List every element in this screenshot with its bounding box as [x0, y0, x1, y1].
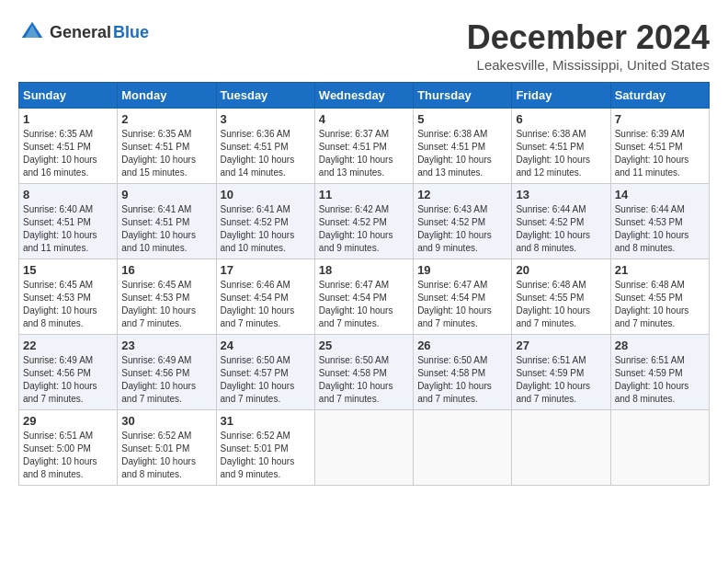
sunrise-label: Sunrise: 6:35 AM — [23, 129, 93, 139]
daylight-label: Daylight: 10 hours and 7 minutes. — [221, 381, 295, 404]
day-info: Sunrise: 6:47 AM Sunset: 4:54 PM Dayligh… — [319, 279, 409, 330]
sunset-label: Sunset: 4:54 PM — [417, 293, 485, 303]
daylight-label: Daylight: 10 hours and 7 minutes. — [23, 381, 97, 404]
table-row: 22 Sunrise: 6:49 AM Sunset: 4:56 PM Dayl… — [19, 335, 118, 410]
sunrise-label: Sunrise: 6:40 AM — [23, 204, 93, 214]
location-title: Leakesville, Mississippi, United States — [467, 57, 710, 73]
day-info: Sunrise: 6:43 AM Sunset: 4:52 PM Dayligh… — [417, 203, 507, 255]
sunset-label: Sunset: 4:56 PM — [23, 368, 91, 378]
daylight-label: Daylight: 10 hours and 10 minutes. — [221, 230, 295, 253]
sunrise-label: Sunrise: 6:43 AM — [417, 204, 487, 214]
sunrise-label: Sunrise: 6:36 AM — [221, 129, 290, 139]
day-number: 13 — [516, 188, 606, 201]
table-row: 23 Sunrise: 6:49 AM Sunset: 4:56 PM Dayl… — [118, 335, 216, 410]
sunset-label: Sunset: 4:56 PM — [121, 368, 189, 378]
sunset-label: Sunset: 5:01 PM — [221, 443, 289, 454]
daylight-label: Daylight: 10 hours and 7 minutes. — [221, 305, 295, 328]
daylight-label: Daylight: 10 hours and 8 minutes. — [23, 456, 97, 479]
day-number: 19 — [417, 263, 507, 277]
day-number: 10 — [221, 188, 311, 201]
sunset-label: Sunset: 5:00 PM — [23, 443, 91, 454]
title-section: December 2024 Leakesville, Mississippi, … — [467, 18, 710, 73]
day-info: Sunrise: 6:50 AM Sunset: 4:57 PM Dayligh… — [221, 354, 311, 406]
table-row — [314, 410, 413, 486]
calendar: Sunday Monday Tuesday Wednesday Thursday… — [18, 82, 710, 486]
logo-blue-text: Blue — [113, 24, 149, 40]
daylight-label: Daylight: 10 hours and 8 minutes. — [516, 230, 590, 253]
day-info: Sunrise: 6:52 AM Sunset: 5:01 PM Dayligh… — [221, 430, 311, 481]
sunset-label: Sunset: 4:55 PM — [516, 293, 584, 303]
daylight-label: Daylight: 10 hours and 12 minutes. — [516, 155, 590, 178]
table-row: 30 Sunrise: 6:52 AM Sunset: 5:01 PM Dayl… — [118, 410, 216, 486]
daylight-label: Daylight: 10 hours and 13 minutes. — [417, 155, 492, 178]
sunset-label: Sunset: 4:51 PM — [23, 217, 91, 227]
logo-icon — [18, 18, 46, 46]
calendar-week-row: 8 Sunrise: 6:40 AM Sunset: 4:51 PM Dayli… — [19, 184, 710, 259]
calendar-week-row: 15 Sunrise: 6:45 AM Sunset: 4:53 PM Dayl… — [19, 259, 710, 335]
day-number: 7 — [615, 112, 705, 126]
daylight-label: Daylight: 10 hours and 11 minutes. — [615, 155, 689, 178]
sunrise-label: Sunrise: 6:50 AM — [417, 355, 487, 365]
table-row: 25 Sunrise: 6:50 AM Sunset: 4:58 PM Dayl… — [314, 335, 413, 410]
sunset-label: Sunset: 4:51 PM — [121, 142, 189, 152]
table-row: 12 Sunrise: 6:43 AM Sunset: 4:52 PM Dayl… — [414, 184, 512, 259]
sunset-label: Sunset: 4:51 PM — [615, 142, 683, 152]
sunrise-label: Sunrise: 6:46 AM — [221, 280, 290, 290]
sunset-label: Sunset: 4:54 PM — [319, 293, 387, 303]
sunrise-label: Sunrise: 6:50 AM — [319, 355, 389, 365]
day-number: 26 — [417, 339, 507, 352]
sunset-label: Sunset: 4:52 PM — [319, 217, 387, 227]
daylight-label: Daylight: 10 hours and 7 minutes. — [615, 305, 689, 328]
day-info: Sunrise: 6:51 AM Sunset: 4:59 PM Dayligh… — [615, 354, 705, 406]
day-number: 14 — [615, 188, 705, 201]
table-row: 24 Sunrise: 6:50 AM Sunset: 4:57 PM Dayl… — [216, 335, 314, 410]
table-row: 14 Sunrise: 6:44 AM Sunset: 4:53 PM Dayl… — [610, 184, 709, 259]
daylight-label: Daylight: 10 hours and 15 minutes. — [121, 155, 196, 178]
sunset-label: Sunset: 4:51 PM — [23, 142, 91, 152]
table-row: 4 Sunrise: 6:37 AM Sunset: 4:51 PM Dayli… — [314, 109, 413, 184]
daylight-label: Daylight: 10 hours and 13 minutes. — [319, 155, 393, 178]
sunrise-label: Sunrise: 6:38 AM — [516, 129, 586, 139]
sunrise-label: Sunrise: 6:44 AM — [516, 204, 586, 214]
sunset-label: Sunset: 4:53 PM — [121, 293, 189, 303]
table-row: 28 Sunrise: 6:51 AM Sunset: 4:59 PM Dayl… — [610, 335, 709, 410]
daylight-label: Daylight: 10 hours and 7 minutes. — [319, 381, 393, 404]
sunrise-label: Sunrise: 6:51 AM — [23, 431, 93, 441]
day-info: Sunrise: 6:48 AM Sunset: 4:55 PM Dayligh… — [615, 279, 705, 330]
table-row: 8 Sunrise: 6:40 AM Sunset: 4:51 PM Dayli… — [19, 184, 118, 259]
day-info: Sunrise: 6:41 AM Sunset: 4:52 PM Dayligh… — [221, 203, 311, 255]
sunset-label: Sunset: 4:55 PM — [615, 293, 683, 303]
daylight-label: Daylight: 10 hours and 11 minutes. — [23, 230, 97, 253]
sunset-label: Sunset: 4:51 PM — [221, 142, 289, 152]
sunrise-label: Sunrise: 6:42 AM — [319, 204, 389, 214]
day-number: 12 — [417, 188, 507, 201]
table-row: 31 Sunrise: 6:52 AM Sunset: 5:01 PM Dayl… — [216, 410, 314, 486]
day-info: Sunrise: 6:41 AM Sunset: 4:51 PM Dayligh… — [121, 203, 211, 255]
day-info: Sunrise: 6:48 AM Sunset: 4:55 PM Dayligh… — [516, 279, 606, 330]
day-number: 2 — [121, 112, 211, 126]
sunrise-label: Sunrise: 6:37 AM — [319, 129, 389, 139]
day-info: Sunrise: 6:49 AM Sunset: 4:56 PM Dayligh… — [23, 354, 113, 406]
col-wednesday: Wednesday — [314, 83, 413, 109]
sunrise-label: Sunrise: 6:50 AM — [221, 355, 290, 365]
day-info: Sunrise: 6:38 AM Sunset: 4:51 PM Dayligh… — [417, 128, 507, 179]
day-number: 9 — [121, 188, 211, 201]
sunrise-label: Sunrise: 6:48 AM — [615, 280, 685, 290]
table-row: 16 Sunrise: 6:45 AM Sunset: 4:53 PM Dayl… — [118, 259, 216, 335]
day-info: Sunrise: 6:37 AM Sunset: 4:51 PM Dayligh… — [319, 128, 409, 179]
day-number: 23 — [121, 339, 211, 352]
table-row: 17 Sunrise: 6:46 AM Sunset: 4:54 PM Dayl… — [216, 259, 314, 335]
sunset-label: Sunset: 4:57 PM — [221, 368, 289, 378]
table-row — [512, 410, 610, 486]
daylight-label: Daylight: 10 hours and 9 minutes. — [319, 230, 393, 253]
sunrise-label: Sunrise: 6:51 AM — [516, 355, 586, 365]
daylight-label: Daylight: 10 hours and 10 minutes. — [121, 230, 196, 253]
day-number: 31 — [221, 414, 311, 428]
daylight-label: Daylight: 10 hours and 7 minutes. — [516, 305, 590, 328]
daylight-label: Daylight: 10 hours and 7 minutes. — [417, 381, 492, 404]
sunset-label: Sunset: 4:52 PM — [516, 217, 584, 227]
sunset-label: Sunset: 4:59 PM — [516, 368, 584, 378]
month-title: December 2024 — [467, 18, 710, 57]
day-number: 18 — [319, 263, 409, 277]
day-number: 15 — [23, 263, 113, 277]
